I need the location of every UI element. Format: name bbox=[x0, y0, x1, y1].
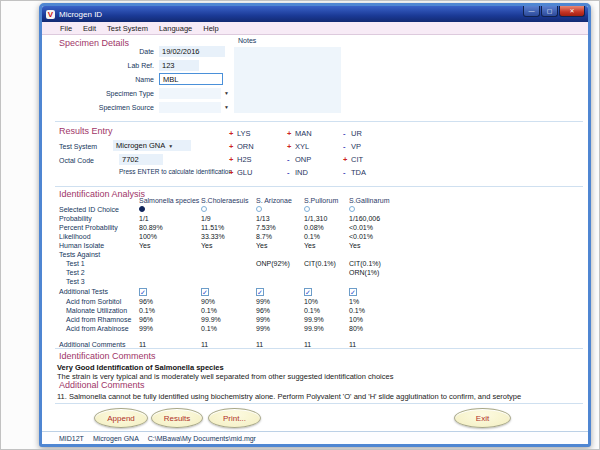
test-name: UR bbox=[351, 129, 362, 138]
analysis-row-acid-from-arabinose: Acid from Arabinose99%0.1%99%99.9%80% bbox=[59, 324, 579, 333]
results-button[interactable]: Results bbox=[151, 408, 203, 428]
menu-language[interactable]: Language bbox=[159, 24, 192, 33]
menu-file[interactable]: File bbox=[60, 24, 72, 33]
id-choice-radio-s-pullorum[interactable] bbox=[304, 206, 310, 212]
menu-test-system[interactable]: Test System bbox=[107, 24, 148, 33]
value-cell: 96% bbox=[139, 298, 201, 305]
additional-tests-checkbox-s-pullorum[interactable]: ✓ bbox=[304, 288, 312, 296]
field-label: Specimen Type bbox=[55, 90, 159, 97]
biochem-test-h2s: +H2S bbox=[229, 153, 287, 166]
analysis-row-test-1: Test 1ONP(92%)CIT(0.1%)CIT(0.1%) bbox=[59, 259, 579, 268]
analysis-row-tests-against: Tests Against bbox=[59, 250, 579, 259]
checkbox-cell: ✓ bbox=[349, 288, 409, 296]
id-choice-radio-salmonella-species[interactable] bbox=[139, 206, 145, 212]
titlebar[interactable]: V Microgen ID — ▢ ✕ bbox=[42, 6, 588, 22]
analysis-row-malonate-utilization: Malonate Utilization0.1%0.1%96%0.1%0.1% bbox=[59, 306, 579, 315]
value-cell: 11 bbox=[256, 341, 304, 348]
specimen-row-lab-ref: Lab Ref.123 bbox=[55, 59, 199, 71]
value-cell: 7.53% bbox=[256, 224, 304, 231]
test-system-label: Test System bbox=[59, 143, 97, 150]
lab-ref-field[interactable]: 123 bbox=[159, 60, 199, 71]
test-system-dropdown[interactable]: Microgen GNA ▼ bbox=[113, 140, 191, 151]
notes-label: Notes bbox=[238, 37, 256, 44]
radio-cell bbox=[201, 206, 256, 213]
section-divider bbox=[55, 186, 583, 187]
value-cell: 1/1,310 bbox=[304, 215, 349, 222]
row-label: Acid from Arabinose bbox=[59, 325, 139, 332]
notes-textarea[interactable] bbox=[234, 47, 341, 113]
value-cell: 99% bbox=[139, 325, 201, 332]
column-header-s-choleraesuis: S.Choleraesuis bbox=[201, 197, 256, 204]
menu-help[interactable]: Help bbox=[203, 24, 218, 33]
octal-code-input[interactable]: 7702 bbox=[119, 154, 163, 165]
biochem-test-glu: +GLU bbox=[229, 166, 287, 179]
id-choice-radio-s-choleraesuis[interactable] bbox=[201, 206, 207, 212]
value-cell: 0.1% bbox=[304, 233, 349, 240]
value-cell: <0.01% bbox=[349, 233, 409, 240]
test-sign: + bbox=[229, 168, 237, 177]
biochem-test-tda: -TDA bbox=[343, 166, 395, 179]
biochem-test-orn: +ORN bbox=[229, 140, 287, 153]
value-cell: 96% bbox=[139, 316, 201, 323]
exit-button[interactable]: Exit bbox=[454, 408, 511, 428]
additional-tests-checkbox-s-choleraesuis[interactable]: ✓ bbox=[201, 288, 209, 296]
value-cell: 99% bbox=[256, 316, 304, 323]
radio-cell bbox=[304, 206, 349, 213]
app-icon: V bbox=[46, 10, 55, 19]
chevron-down-icon[interactable]: ▼ bbox=[224, 90, 229, 96]
value-cell: Yes bbox=[256, 242, 304, 249]
test-name: ORN bbox=[237, 142, 254, 151]
value-cell: CIT(0.1%) bbox=[304, 260, 349, 267]
row-label: Malonate Utilization bbox=[59, 307, 139, 314]
test-sign: - bbox=[287, 168, 295, 177]
additional-tests-checkbox-salmonella-species[interactable]: ✓ bbox=[139, 288, 147, 296]
menu-edit[interactable]: Edit bbox=[83, 24, 96, 33]
value-cell: 1/160,006 bbox=[349, 215, 409, 222]
test-sign: + bbox=[287, 129, 295, 138]
date-field[interactable]: 19/02/2016 bbox=[159, 46, 225, 57]
octal-code-value: 7702 bbox=[122, 155, 139, 164]
value-cell: 0.1% bbox=[349, 307, 409, 314]
value-cell: <0.01% bbox=[349, 224, 409, 231]
analysis-row-probability: Probability1/11/91/131/1,3101/160,006 bbox=[59, 214, 579, 223]
id-choice-radio-s-gallinarum[interactable] bbox=[349, 206, 355, 212]
specimen-row-name: NameMBL bbox=[55, 73, 223, 85]
row-label: Test 3 bbox=[59, 278, 139, 285]
radio-cell bbox=[256, 206, 304, 213]
field-label: Name bbox=[55, 76, 159, 83]
section-divider bbox=[55, 403, 583, 404]
value-cell: 10% bbox=[349, 316, 409, 323]
id-choice-radio-s-arizonae[interactable] bbox=[256, 206, 262, 212]
print-button[interactable]: Print... bbox=[208, 408, 261, 428]
value-cell: 11 bbox=[349, 341, 409, 348]
analysis-table: Salmonella speciesS.CholeraesuisS. Arizo… bbox=[59, 196, 579, 349]
biochem-test-onp: -ONP bbox=[287, 153, 343, 166]
specimen-row-specimen-source: Specimen Source▼ bbox=[55, 101, 229, 113]
analysis-row-acid-from-sorbitol: Acid from Sorbitol96%90%99%10%1% bbox=[59, 297, 579, 306]
status-test-code: MID12T bbox=[59, 435, 84, 442]
app-window: V Microgen ID — ▢ ✕ FileEditTest SystemL… bbox=[39, 3, 591, 447]
maximize-button[interactable]: ▢ bbox=[541, 6, 558, 17]
close-button[interactable]: ✕ bbox=[559, 6, 585, 17]
chevron-down-icon[interactable]: ▼ bbox=[224, 104, 229, 110]
additional-comments-header: Additional Comments bbox=[59, 380, 145, 390]
radio-cell bbox=[139, 206, 201, 213]
status-file-path: C:\MBawa\My Documents\mid.mgr bbox=[148, 435, 256, 442]
name-input[interactable]: MBL bbox=[159, 73, 223, 85]
row-label: Additional Tests bbox=[59, 288, 139, 295]
specimen-type-dropdown[interactable] bbox=[159, 88, 221, 99]
row-label: Probability bbox=[59, 215, 139, 222]
field-label: Specimen Source bbox=[55, 104, 159, 111]
value-cell: 11 bbox=[139, 341, 201, 348]
additional-tests-checkbox-s-arizonae[interactable]: ✓ bbox=[256, 288, 264, 296]
row-label: Additional Comments bbox=[59, 341, 139, 348]
minimize-button[interactable]: — bbox=[523, 6, 540, 17]
checkbox-cell: ✓ bbox=[256, 288, 304, 296]
additional-tests-checkbox-s-gallinarum[interactable]: ✓ bbox=[349, 288, 357, 296]
analysis-row-likelihood: Likelihood100%33.33%8.7%0.1%<0.01% bbox=[59, 232, 579, 241]
window-controls: — ▢ ✕ bbox=[522, 6, 585, 17]
specimen-source-dropdown[interactable] bbox=[159, 102, 221, 113]
id-comment-title: Very Good Identification of Salmonella s… bbox=[57, 363, 224, 372]
append-button[interactable]: Append bbox=[94, 408, 148, 428]
biochem-test-xyl: +XYL bbox=[287, 140, 343, 153]
